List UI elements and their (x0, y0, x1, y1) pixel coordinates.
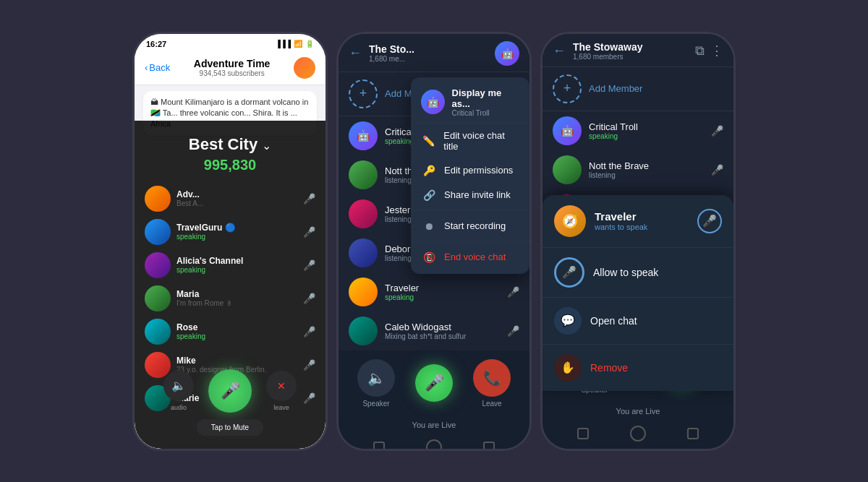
mute-button[interactable]: 🎤 (415, 364, 453, 402)
add-member-icon: + (349, 79, 378, 108)
mic-active-icon: 🎤 (711, 164, 723, 176)
allow-speak-action[interactable]: 🎤 Allow to speak (542, 247, 733, 297)
edit-perms-label: Edit permissions (444, 165, 513, 176)
participant-status: speaking (176, 233, 297, 241)
dark-header: ← The Sto... 1,680 me... 🤖 (339, 34, 529, 72)
link-icon: 🔗 (421, 189, 437, 201)
dropdown-header-info: Display me as... Critical Troll (452, 87, 519, 117)
share-link-item[interactable]: 🔗 Share invite link (411, 183, 529, 207)
participant-avatar (349, 317, 378, 345)
nav-recents-icon[interactable] (687, 428, 699, 439)
mic-icon: 🎤 (507, 325, 519, 337)
member-count: 1,680 me... (369, 55, 488, 63)
participant-row: Nott the Brave listening 🎤 (542, 150, 733, 189)
end-voice-item[interactable]: 📵 End voice chat (411, 245, 529, 270)
participant-info: Rose speaking (176, 322, 297, 340)
participant-row: Traveler speaking 🎤 (339, 272, 529, 311)
popup-user-sub: wants to speak (595, 223, 689, 231)
live-status: You are Live (339, 416, 529, 434)
mute-request-icon[interactable]: 🎤 (697, 209, 722, 233)
key-icon: 🔑 (421, 165, 437, 176)
participant-row: Maria I'm from Rome 🕯 🎤 (135, 282, 326, 315)
mic-active-icon: 🎤 (507, 286, 519, 298)
phone-3: ← The Stowaway 1,680 members ⧉ ⋮ + Add M… (540, 32, 736, 451)
more-options-icon[interactable]: ⋮ (710, 43, 723, 59)
participant-name: Caleb Widogast (385, 322, 500, 332)
home-bar (542, 420, 733, 449)
mic-icon: 🎤 (711, 125, 723, 137)
group-avatar[interactable]: 🤖 (495, 41, 519, 66)
phone-1: 16:27 ▐▐▐ 📶 🔋 ‹ Back Adventure Time 934,… (132, 32, 328, 451)
ios-status-bar: 16:27 ▐▐▐ 📶 🔋 (135, 34, 326, 51)
chevron-left-icon: ‹ (145, 62, 148, 73)
mic-icon: 🎤 (303, 259, 315, 271)
participant-status: speaking (176, 332, 297, 340)
live-status: You are Live (542, 403, 733, 420)
audio-button[interactable]: 🔈 audio (163, 371, 194, 411)
nav-back-icon[interactable] (577, 428, 589, 439)
dropdown-avatar: 🤖 (421, 90, 445, 114)
header-info: The Sto... 1,680 me... (369, 43, 488, 63)
leave-button[interactable]: 📞 Leave (473, 359, 511, 408)
participant-row: Caleb Widogast Mixing bat sh*t and sulfu… (339, 311, 529, 350)
participant-avatar (145, 285, 171, 311)
participant-avatar (349, 160, 378, 189)
back-button[interactable]: ← (349, 46, 362, 61)
channel-avatar[interactable] (294, 57, 315, 79)
participant-status: listening (589, 171, 704, 179)
add-member-row[interactable]: + Add Member (542, 67, 733, 111)
phone-2: ← The Sto... 1,680 me... 🤖 + Add Me... 🤖… (336, 32, 532, 451)
mic-main-icon: 🎤 (221, 382, 240, 400)
participant-info: Adv... Best A... (176, 189, 297, 207)
participant-row: Adv... Best A... 🎤 (135, 182, 326, 215)
mic-main-icon: 🎤 (415, 364, 453, 402)
back-button[interactable]: ‹ Back (145, 62, 170, 73)
participant-name: Adv... (176, 189, 297, 199)
speaker-label: Speaker (362, 400, 389, 408)
record-icon: ⏺ (421, 220, 437, 232)
separator (411, 241, 529, 242)
participant-avatar (145, 219, 171, 245)
nav-back-icon[interactable] (373, 442, 385, 451)
home-bar (339, 434, 529, 451)
status-icons: ▐▐▐ 📶 🔋 (276, 40, 314, 48)
participant-status: speaking (176, 266, 297, 274)
popup-user-info: Traveler wants to speak (595, 210, 689, 231)
edit-icon: ✏️ (421, 135, 436, 147)
edit-title-item[interactable]: ✏️ Edit voice chat title (411, 124, 529, 158)
remove-label: Remove (590, 362, 628, 374)
start-recording-label: Start recording (444, 220, 506, 231)
dropdown-menu: 🤖 Display me as... Critical Troll ✏️ Edi… (411, 77, 529, 274)
channel-title-area: Adventure Time 934,543 subscribers (176, 58, 288, 77)
edit-perms-item[interactable]: 🔑 Edit permissions (411, 158, 529, 183)
participant-info: TravelGuru 🔵 speaking (176, 223, 297, 241)
participant-name: Traveler (385, 283, 500, 293)
separator (411, 210, 529, 211)
start-recording-item[interactable]: ⏺ Start recording (411, 214, 529, 238)
participant-avatar (145, 252, 171, 278)
remove-action[interactable]: ✋ Remove (542, 344, 733, 391)
back-button[interactable]: ← (553, 43, 566, 59)
mute-button[interactable]: 🎤 (208, 369, 252, 413)
tap-to-mute-label[interactable]: Tap to Mute (197, 419, 263, 436)
speaker-button[interactable]: 🔈 Speaker (357, 359, 395, 408)
screen-share-icon[interactable]: ⧉ (695, 43, 705, 59)
nav-home-icon[interactable] (630, 426, 646, 442)
share-link-label: Share invite link (444, 189, 511, 200)
leave-button[interactable]: ✕ leave (266, 371, 297, 411)
phone-hang-icon: 📵 (421, 251, 437, 263)
participant-name: Maria (176, 289, 297, 299)
open-chat-action[interactable]: 💬 Open chat (542, 297, 733, 344)
participant-status: speaking (589, 132, 704, 140)
nav-home-icon[interactable] (426, 439, 442, 451)
participant-status: Mixing bat sh*t and sulfur (385, 332, 500, 340)
group-title: The Sto... (369, 43, 488, 55)
participant-avatar: 🤖 (553, 116, 582, 145)
popup-user-row: 🧭 Traveler wants to speak 🎤 (542, 195, 733, 247)
participant-info: Critical Troll speaking (589, 121, 704, 140)
participant-name: Critical Troll (589, 121, 704, 132)
participant-avatar: 🤖 (349, 121, 378, 150)
speaker-icon: 🔈 (163, 371, 194, 401)
participant-name: TravelGuru 🔵 (176, 223, 297, 233)
nav-recents-icon[interactable] (483, 442, 495, 451)
